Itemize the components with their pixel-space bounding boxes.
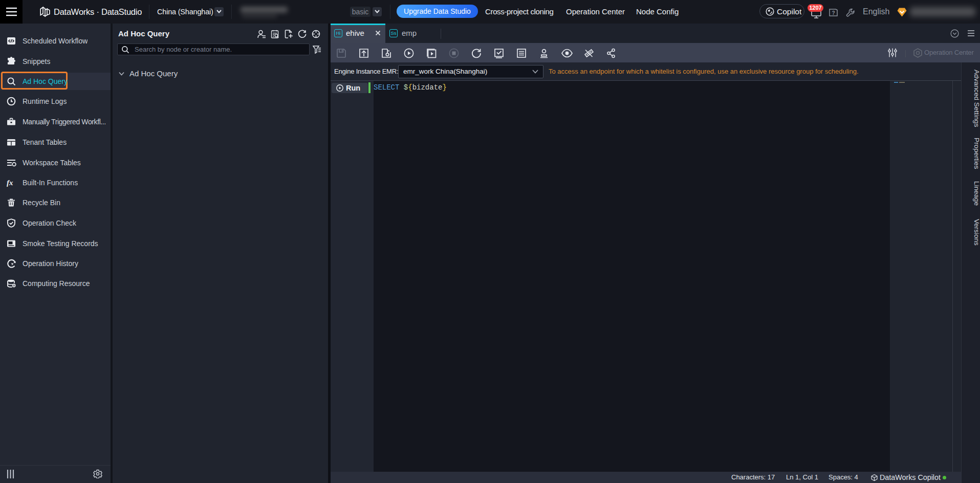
- svg-text:fx: fx: [7, 179, 13, 187]
- svg-text:?: ?: [832, 10, 835, 16]
